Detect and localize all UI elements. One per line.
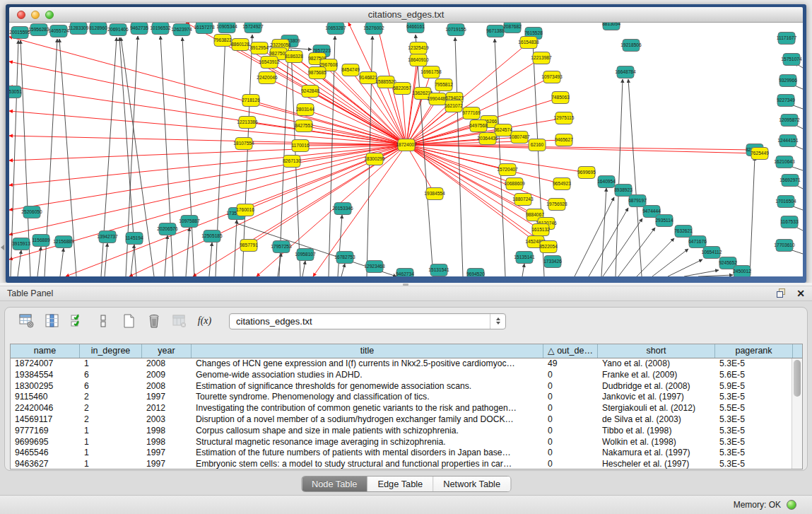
table-cell[interactable]: 0 [543, 426, 598, 437]
table-cell[interactable]: Structural magnetic resonance image aver… [192, 437, 543, 448]
graph-node[interactable]: 20015595 [9, 27, 30, 39]
graph-node[interactable]: 9875685 [308, 67, 326, 79]
edge[interactable] [601, 188, 606, 276]
dropdown-stepper-icon[interactable] [490, 314, 505, 329]
column-header-pagerank[interactable]: pagerank [715, 344, 793, 358]
graph-node[interactable]: 20691406 [107, 24, 129, 36]
edge[interactable] [160, 36, 173, 276]
table-cell[interactable]: Investigating the contribution of common… [192, 403, 543, 414]
graph-node[interactable]: 2718126 [242, 95, 260, 107]
edge[interactable] [9, 86, 406, 145]
graph-node[interactable]: 18300295 [364, 153, 385, 165]
edge[interactable] [495, 39, 505, 276]
graph-node[interactable]: 1156889 [32, 235, 50, 247]
table-cell[interactable]: 1997 [142, 448, 192, 459]
graph-node[interactable]: 20153346 [332, 203, 353, 215]
table-cell[interactable]: 49 [543, 358, 598, 370]
graph-node[interactable]: 62160 [529, 139, 546, 151]
graph-node[interactable]: 9694520 [466, 269, 485, 277]
graph-node[interactable]: 10196532 [150, 23, 171, 35]
graph-node[interactable]: 15131541 [428, 264, 449, 276]
graph-node[interactable]: 3915913 [12, 238, 30, 250]
table-cell[interactable]: 5.9E-5 [715, 381, 793, 392]
network-view-window[interactable]: citations_edges.txt 20015595159562831405… [6, 4, 806, 283]
edge[interactable] [575, 197, 614, 276]
tab-edge-table[interactable]: Edge Table [367, 477, 433, 491]
graph-node[interactable]: 1640954 [597, 176, 616, 188]
graph-node[interactable]: 7632621 [674, 226, 693, 238]
graph-node[interactable]: 9227349 [777, 95, 795, 107]
graph-node[interactable]: 8860128 [231, 39, 249, 51]
table-cell[interactable]: 22420046 [11, 403, 80, 414]
graph-node[interactable]: 8813054 [602, 23, 620, 30]
table-cell[interactable]: Jankovic et al. (1997) [598, 392, 715, 403]
table-cell[interactable]: 0 [543, 414, 598, 426]
graph-node[interactable]: 19756928 [546, 199, 567, 211]
graph-node[interactable]: 1615132 [531, 224, 550, 236]
graph-node[interactable]: 10653287 [325, 23, 346, 35]
table-cell[interactable]: 5.3E-5 [715, 414, 793, 426]
edge[interactable] [18, 250, 21, 276]
edge[interactable] [618, 228, 655, 276]
graph-node[interactable]: 16154838 [518, 37, 539, 49]
table-cell[interactable]: 1 [80, 437, 142, 448]
graph-node[interactable]: 6471676 [688, 236, 707, 248]
graph-node[interactable]: 10688609 [504, 178, 525, 190]
graph-node[interactable]: 1145194 [125, 233, 143, 245]
graph-node[interactable]: 12923468 [364, 261, 385, 273]
graph-node[interactable]: 1170016 [291, 140, 310, 152]
graph-node[interactable]: 8454749 [341, 64, 360, 76]
edge[interactable] [589, 208, 628, 276]
table-cell[interactable]: Genome-wide association studies in ADHD. [192, 370, 543, 381]
edge[interactable] [329, 36, 335, 276]
column-visibility-icon[interactable] [42, 312, 61, 330]
table-scrollbar-thumb[interactable] [794, 360, 801, 397]
edge[interactable] [616, 79, 623, 276]
table-cell[interactable]: 19384554 [11, 370, 80, 381]
graph-node[interactable]: 10958107 [295, 249, 316, 261]
table-cell[interactable]: 14569117 [11, 414, 80, 426]
graph-node[interactable]: 15956283 [28, 24, 49, 36]
edge[interactable] [129, 145, 406, 276]
graph-node[interactable]: 16543912 [259, 57, 280, 69]
table-cell[interactable]: 9463627 [11, 459, 80, 469]
graph-node[interactable]: 19384554 [424, 188, 445, 200]
table-cell[interactable]: 2003 [142, 414, 192, 426]
table-cell[interactable]: 5.3E-5 [715, 392, 793, 403]
table-cell[interactable]: 0 [543, 381, 598, 392]
edge[interactable] [628, 79, 642, 276]
graph-node[interactable]: 15720407 [497, 164, 518, 176]
graph-node[interactable]: 6879197 [628, 195, 647, 207]
table-cell[interactable]: 5.3E-5 [715, 358, 793, 370]
graph-node[interactable]: 2450012 [733, 266, 751, 277]
table-cell[interactable]: Estimation of significance thresholds fo… [192, 381, 543, 392]
node-attribute-table[interactable]: namein_degreeyeartitle△ out_de…shortpage… [10, 344, 803, 469]
table-cell[interactable]: 1998 [142, 426, 192, 437]
table-cell[interactable]: Tibbo et al. (1998) [598, 426, 715, 437]
tab-node-table[interactable]: Node Table [302, 477, 368, 491]
column-header-short[interactable]: short [598, 344, 715, 358]
table-row[interactable]: 1872400712008Changes of HCN gene express… [11, 358, 802, 370]
table-cell[interactable]: 2012 [142, 403, 192, 414]
edge[interactable] [406, 145, 514, 184]
panel-collapse-arrow-icon[interactable] [1, 245, 4, 250]
edge[interactable] [341, 264, 345, 276]
graph-node[interactable]: 10975887 [179, 216, 200, 228]
graph-node[interactable]: 7955812 [435, 79, 453, 91]
table-cell[interactable]: 1 [80, 358, 142, 370]
edge[interactable] [305, 110, 406, 145]
graph-node[interactable]: 1733426 [543, 256, 562, 268]
edge[interactable] [637, 238, 674, 276]
graph-node[interactable]: 11283309 [69, 23, 89, 35]
graph-node[interactable]: 2087682 [503, 23, 522, 33]
column-header-out_de[interactable]: △ out_de… [543, 344, 598, 358]
graph-node[interactable]: 17957253 [271, 241, 292, 253]
table-row[interactable]: 1456911722003Disruption of a novel membe… [11, 414, 802, 426]
graph-node[interactable]: 16210643 [774, 156, 795, 168]
graph-node[interactable]: 16157278 [194, 23, 215, 34]
memory-status-icon[interactable] [787, 500, 796, 510]
table-cell[interactable]: Dudbridge et al. (2008) [598, 381, 715, 392]
graph-node[interactable]: 10654112 [702, 247, 722, 259]
table-cell[interactable]: 0 [543, 403, 598, 414]
graph-node[interactable]: 8938923 [614, 185, 632, 197]
